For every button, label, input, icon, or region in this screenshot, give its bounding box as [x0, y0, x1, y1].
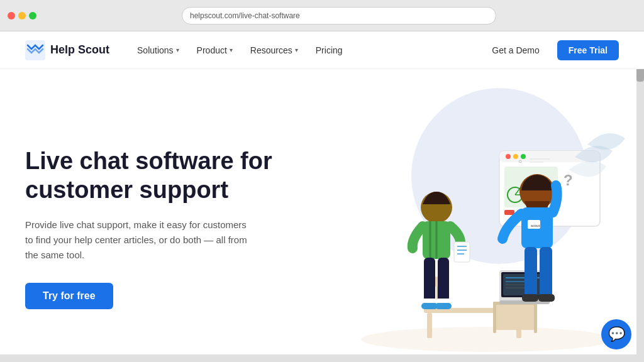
svg-text:scout: scout: [531, 224, 540, 228]
page-wrapper: Help Scout Solutions ▾ Product ▾ Resourc…: [0, 31, 644, 362]
chevron-down-icon: ▾: [295, 47, 298, 53]
nav-resources-label: Resources: [250, 45, 292, 55]
svg-text:?: ?: [564, 172, 573, 189]
get-demo-button[interactable]: Get a Demo: [484, 41, 547, 59]
url-text: helpscout.com/live-chat-software: [190, 11, 300, 20]
close-button[interactable]: [8, 12, 15, 19]
svg-rect-55: [540, 247, 552, 297]
logo[interactable]: Help Scout: [25, 40, 109, 60]
svg-point-13: [506, 154, 511, 159]
hero-illustration-svg: ?: [311, 75, 625, 358]
nav-item-product[interactable]: Product ▾: [189, 41, 240, 59]
svg-rect-10: [534, 302, 537, 333]
try-for-free-button[interactable]: Try for free: [25, 283, 113, 309]
nav-item-resources[interactable]: Resources ▾: [243, 41, 306, 59]
nav-item-pricing[interactable]: Pricing: [308, 41, 350, 59]
minimize-button[interactable]: [18, 12, 26, 19]
navbar: Help Scout Solutions ▾ Product ▾ Resourc…: [0, 31, 644, 69]
nav-product-label: Product: [197, 45, 227, 55]
svg-rect-56: [522, 294, 538, 302]
svg-point-1: [361, 327, 613, 352]
svg-rect-3: [427, 313, 432, 338]
browser-chrome: helpscout.com/live-chat-software: [0, 0, 644, 31]
hero-content: Live chat software for customer support …: [25, 147, 289, 309]
address-bar[interactable]: helpscout.com/live-chat-software: [182, 7, 496, 25]
free-trial-button[interactable]: Free Trial: [557, 40, 619, 60]
svg-rect-24: [504, 210, 514, 215]
svg-rect-54: [525, 247, 537, 297]
nav-item-solutions[interactable]: Solutions ▾: [130, 41, 187, 59]
nav-pricing-label: Pricing: [316, 45, 343, 55]
svg-rect-41: [435, 303, 452, 309]
hero-illustration: ?: [311, 75, 625, 358]
svg-rect-37: [438, 258, 449, 302]
svg-text:○: ○: [518, 158, 522, 165]
svg-rect-57: [538, 294, 555, 302]
svg-rect-36: [424, 258, 435, 302]
chat-icon: 💬: [608, 326, 625, 343]
chat-widget[interactable]: 💬: [601, 319, 631, 349]
maximize-button[interactable]: [29, 12, 36, 19]
chevron-down-icon: ▾: [176, 47, 179, 53]
logo-text: Help Scout: [50, 43, 109, 57]
hero-description: Provide live chat support, make it easy …: [25, 217, 252, 263]
svg-rect-9: [493, 302, 496, 333]
browser-window-controls: [8, 12, 36, 19]
nav-right: Get a Demo Free Trial: [484, 40, 619, 60]
hero-title: Live chat software for customer support: [25, 147, 289, 204]
nav-links: Solutions ▾ Product ▾ Resources ▾ Pricin…: [130, 41, 484, 59]
hero-section: Live chat software for customer support …: [0, 69, 644, 362]
chevron-down-icon: ▾: [230, 47, 233, 53]
svg-rect-32: [454, 242, 470, 262]
svg-rect-7: [493, 302, 537, 330]
logo-icon: [25, 40, 45, 60]
svg-point-14: [513, 154, 518, 159]
nav-solutions-label: Solutions: [137, 45, 174, 55]
